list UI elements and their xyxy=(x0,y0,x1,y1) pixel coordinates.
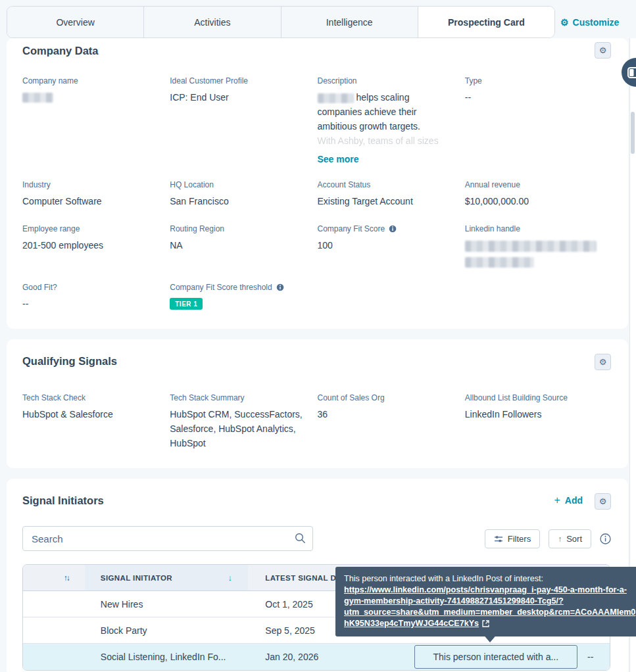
tab-overview[interactable]: Overview xyxy=(7,7,144,37)
company-data-settings-button[interactable]: ⚙ xyxy=(595,42,611,59)
tier-badge: TIER 1 xyxy=(170,298,203,310)
qualifying-signals-card: Qualifying Signals ⚙ Tech Stack Check Hu… xyxy=(7,339,628,468)
field-label: Allbound List Building Source xyxy=(465,393,598,402)
external-link-icon xyxy=(482,620,489,627)
search-input[interactable] xyxy=(22,526,313,551)
field-value: Computer Software xyxy=(22,194,155,208)
field-tech-stack-summary: Tech Stack Summary HubSpot CRM, SuccessF… xyxy=(170,393,317,450)
field-count-sales-org: Count of Sales Org 36 xyxy=(318,393,465,450)
field-employee-range: Employee range 201-500 employees xyxy=(22,224,170,283)
cell-signal-preview[interactable]: This person interacted with a... xyxy=(414,645,577,669)
description-line-faded: With Ashby, teams of all sizes xyxy=(318,135,439,146)
description-line: companies achieve their xyxy=(318,107,417,117)
sort-up-icon: ↑ xyxy=(558,535,562,544)
field-value: $10,000,000.00 xyxy=(465,194,598,208)
linkedin-post-link[interactable]: https://www.linkedin.com/posts/chrisvanp… xyxy=(344,585,636,596)
sort-label: Sort xyxy=(566,534,582,544)
field-icp: Ideal Customer Profile ICP: End User xyxy=(170,76,317,180)
linkedin-post-link[interactable]: hK95N33ep4cTmyWJG44cCE7kYs xyxy=(344,618,479,629)
sort-toggle-icon[interactable]: ↑↓ xyxy=(64,573,69,583)
gear-icon: ⚙ xyxy=(599,357,607,367)
field-label: Annual revenue xyxy=(465,180,598,189)
qualifying-signals-settings-button[interactable]: ⚙ xyxy=(595,354,611,370)
column-header-label: SIGNAL INITIATOR xyxy=(101,574,172,582)
tooltip-intro: This person interacted with a LinkedIn P… xyxy=(344,573,636,585)
field-label: Count of Sales Org xyxy=(318,393,451,402)
cell-extra: -- xyxy=(587,644,610,670)
field-routing-region: Routing Region NA xyxy=(170,224,317,283)
linkedin-post-link[interactable]: gym-membership-activity-7414988271451299… xyxy=(344,596,636,607)
field-allbound-source: Allbound List Building Source LinkedIn F… xyxy=(465,393,612,450)
gear-icon: ⚙ xyxy=(599,496,607,506)
field-value: LinkedIn Followers xyxy=(465,407,598,421)
field-annual-revenue: Annual revenue $10,000,000.00 xyxy=(465,180,612,224)
signal-initiators-settings-button[interactable]: ⚙ xyxy=(595,493,611,510)
filters-label: Filters xyxy=(508,534,531,544)
cell-initiator: New Hires xyxy=(85,591,248,617)
redacted-linkedin-handle xyxy=(465,257,534,268)
gear-icon: ⚙ xyxy=(599,45,607,55)
field-label: Company Fit Score xyxy=(318,224,385,233)
info-icon[interactable] xyxy=(389,225,397,233)
info-icon[interactable] xyxy=(276,283,284,291)
field-account-status: Account Status Existing Target Account xyxy=(318,180,465,224)
plus-icon: + xyxy=(554,494,560,506)
field-value: ICP: End User xyxy=(170,90,303,105)
table-row-highlighted[interactable]: Social Listening, LinkedIn Fo... Jan 20,… xyxy=(23,644,610,670)
tab-intelligence[interactable]: Intelligence xyxy=(281,7,418,37)
add-button[interactable]: + Add xyxy=(554,494,583,506)
tab-activities[interactable]: Activities xyxy=(144,7,281,37)
column-header-signal-initiator[interactable]: SIGNAL INITIATOR ↓ xyxy=(85,565,248,590)
field-value: -- xyxy=(22,297,155,311)
cell-initiator: Block Party xyxy=(85,617,248,643)
field-value: San Francisco xyxy=(170,194,303,208)
signal-detail-tooltip: This person interacted with a LinkedIn P… xyxy=(335,567,636,636)
field-label: Type xyxy=(465,76,598,85)
filters-button[interactable]: Filters xyxy=(485,529,540,548)
field-label: Employee range xyxy=(22,224,155,233)
field-value: 100 xyxy=(318,238,451,252)
field-label: Account Status xyxy=(318,180,451,189)
field-label: Tech Stack Summary xyxy=(170,393,303,402)
field-type: Type -- xyxy=(465,76,612,180)
info-icon[interactable] xyxy=(600,533,611,544)
field-value: NA xyxy=(170,238,303,252)
company-data-card: Company Data ⚙ Company name Ideal Custom… xyxy=(7,38,628,329)
add-label: Add xyxy=(565,495,583,506)
description-line: helps scaling xyxy=(356,92,410,103)
description-line: ambitious growth targets. xyxy=(318,121,420,132)
scrollbar-thumb[interactable] xyxy=(631,112,635,154)
description-text: helps scaling companies achieve their am… xyxy=(318,90,451,148)
cell-initiator: Social Listening, LinkedIn Fo... xyxy=(85,644,248,670)
customize-label: Customize xyxy=(573,17,620,28)
tooltip-arrow xyxy=(482,633,498,642)
field-company-name: Company name xyxy=(22,76,170,180)
field-label: Routing Region xyxy=(170,224,303,233)
field-label: Ideal Customer Profile xyxy=(170,76,303,85)
redacted-word xyxy=(318,93,354,103)
field-label: Company Fit Score threshold xyxy=(170,283,272,292)
field-label: Description xyxy=(318,76,451,85)
field-label: Company name xyxy=(22,76,155,85)
field-label: Tech Stack Check xyxy=(22,393,155,402)
search-icon xyxy=(295,533,306,544)
field-label: Linkedin handle xyxy=(465,224,598,233)
cell-date: Jan 20, 2026 xyxy=(248,644,408,670)
sort-button[interactable]: ↑ Sort xyxy=(549,529,591,548)
customize-button[interactable]: ⚙ Customize xyxy=(560,14,619,30)
redacted-linkedin-handle xyxy=(465,241,597,252)
field-value: 201-500 employees xyxy=(22,238,155,252)
signal-initiators-title: Signal Initiators xyxy=(22,494,104,507)
field-hq-location: HQ Location San Francisco xyxy=(170,180,317,224)
field-linkedin-handle: Linkedin handle xyxy=(465,224,612,283)
field-value: HubSpot CRM, SuccessFactors, Salesforce,… xyxy=(170,407,303,450)
linkedin-post-link[interactable]: utm_source=share&utm_medium=member_deskt… xyxy=(344,607,636,618)
tab-prospecting-card[interactable]: Prospecting Card xyxy=(418,7,554,37)
field-value: Existing Target Account xyxy=(318,194,451,208)
prospecting-card-page: { "tabs": { "overview": "Overview", "act… xyxy=(0,0,636,672)
list-actions: Filters ↑ Sort xyxy=(485,529,611,548)
field-tech-stack-check: Tech Stack Check HubSpot & Salesforce xyxy=(22,393,170,450)
record-tabs: Overview Activities Intelligence Prospec… xyxy=(7,6,555,38)
field-company-fit-score: Company Fit Score 100 xyxy=(318,224,465,283)
see-more-link[interactable]: See more xyxy=(318,154,451,164)
